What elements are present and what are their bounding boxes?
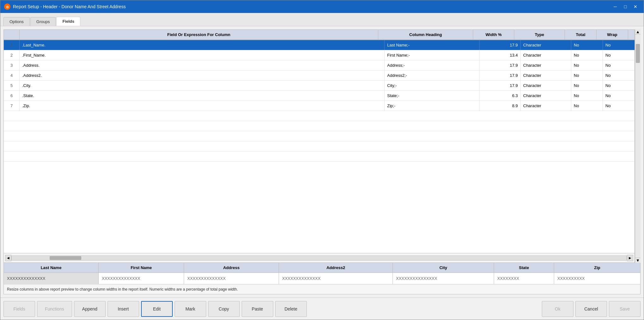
row-heading: Address2;- — [385, 71, 480, 80]
row-total: No — [571, 71, 603, 80]
row-wrap: No — [603, 71, 635, 80]
row-heading: Last Name;- — [385, 40, 480, 50]
main-window: ◎ Report Setup - Header - Donor Name And… — [0, 0, 644, 320]
window-controls: ─ □ ✕ — [611, 3, 640, 10]
title-bar: ◎ Report Setup - Header - Donor Name And… — [0, 0, 644, 13]
save-button[interactable]: Save — [609, 301, 641, 317]
tabs-bar: Options Groups Fields — [0, 13, 644, 26]
preview-col-city: City — [393, 263, 494, 273]
grid-header: Field Or Expression For Column Column He… — [4, 30, 635, 40]
row-width: 6.3 — [480, 91, 521, 101]
preview-col-state: State — [494, 263, 554, 273]
scrollbar-track[interactable] — [11, 255, 627, 261]
app-icon: ◎ — [4, 3, 10, 10]
horizontal-scrollbar[interactable]: ◀ ▶ — [4, 253, 635, 262]
close-button[interactable]: ✕ — [631, 3, 640, 10]
preview-section: Last Name First Name Address Address2 Ci… — [3, 263, 641, 294]
row-num: 2 — [4, 50, 20, 60]
scrollbar-v-thumb[interactable] — [636, 44, 640, 63]
tab-groups[interactable]: Groups — [30, 17, 56, 26]
scroll-down-arrow[interactable]: ▼ — [635, 258, 641, 263]
preview-col-lastname: Last Name — [4, 263, 99, 273]
row-num: 5 — [4, 81, 20, 90]
edit-button[interactable]: Edit — [141, 301, 173, 317]
col-header-num — [4, 30, 20, 40]
col-header-scroll — [628, 30, 635, 40]
paste-button[interactable]: Paste — [242, 301, 273, 317]
row-total: No — [571, 50, 603, 60]
col-header-heading: Column Heading — [378, 30, 473, 40]
preview-data-zip: XXXXXXXXXX — [554, 273, 640, 284]
row-field: .Address. — [20, 60, 385, 70]
scroll-up-arrow[interactable]: ▲ — [635, 29, 641, 34]
minimize-button[interactable]: ─ — [611, 3, 620, 10]
table-row[interactable]: 6 .State. State;- 6.3 Character No No — [4, 91, 635, 101]
tab-options[interactable]: Options — [3, 17, 30, 26]
row-field: .City. — [20, 81, 385, 90]
row-type: Character — [521, 60, 571, 70]
row-num: 3 — [4, 60, 20, 70]
row-width: 13.4 — [480, 50, 521, 60]
table-row-empty — [4, 131, 635, 141]
grid-body: 1 .Last_Name. Last Name;- 17.9 Character… — [4, 40, 635, 253]
footer-buttons: Fields Functions Append Insert Edit Mark… — [0, 298, 644, 320]
scroll-left-arrow[interactable]: ◀ — [5, 255, 11, 261]
row-total: No — [571, 91, 603, 101]
row-width: 17.9 — [480, 60, 521, 70]
copy-button[interactable]: Copy — [208, 301, 240, 317]
vertical-scrollbar[interactable]: ▲ ▼ — [635, 29, 641, 263]
table-row[interactable]: 5 .City. City;- 17.9 Character No No — [4, 81, 635, 91]
maximize-button[interactable]: □ — [621, 3, 630, 10]
row-field: .State. — [20, 91, 385, 101]
fields-button[interactable]: Fields — [3, 301, 35, 317]
tab-fields[interactable]: Fields — [56, 17, 80, 26]
functions-button[interactable]: Functions — [37, 301, 72, 317]
col-header-type: Type — [514, 30, 565, 40]
cancel-button[interactable]: Cancel — [575, 301, 607, 317]
table-row[interactable]: 2 .First_Name. First Name;- 13.4 Charact… — [4, 50, 635, 60]
table-row-empty — [4, 121, 635, 131]
row-wrap: No — [603, 60, 635, 70]
col-header-field: Field Or Expression For Column — [20, 30, 378, 40]
content-area: Field Or Expression For Column Column He… — [0, 26, 644, 298]
window-title: Report Setup - Header - Donor Name And S… — [13, 4, 126, 9]
preview-data-lastname: XXXXXXXXXXXXXX — [4, 273, 99, 284]
data-grid: Field Or Expression For Column Column He… — [3, 29, 635, 263]
scroll-right-arrow[interactable]: ▶ — [627, 255, 633, 261]
mark-button[interactable]: Mark — [175, 301, 206, 317]
col-header-total: Total — [565, 30, 597, 40]
row-heading: Address;- — [385, 60, 480, 70]
row-type: Character — [521, 71, 571, 80]
append-button[interactable]: Append — [74, 301, 106, 317]
row-field: .Zip. — [20, 101, 385, 111]
title-bar-left: ◎ Report Setup - Header - Donor Name And… — [4, 3, 126, 10]
table-row-empty — [4, 151, 635, 162]
row-total: No — [571, 101, 603, 111]
ok-button[interactable]: Ok — [542, 301, 573, 317]
row-heading: City;- — [385, 81, 480, 90]
table-row[interactable]: 1 .Last_Name. Last Name;- 17.9 Character… — [4, 40, 635, 50]
row-heading: State;- — [385, 91, 480, 101]
preview-data-row: XXXXXXXXXXXXXX XXXXXXXXXXXXXX XXXXXXXXXX… — [4, 273, 640, 284]
row-total: No — [571, 60, 603, 70]
preview-header: Last Name First Name Address Address2 Ci… — [4, 263, 640, 273]
insert-button[interactable]: Insert — [108, 301, 139, 317]
row-wrap: No — [603, 81, 635, 90]
row-type: Character — [521, 101, 571, 111]
row-field: .First_Name. — [20, 50, 385, 60]
row-width: 17.9 — [480, 40, 521, 50]
row-type: Character — [521, 81, 571, 90]
preview-col-address2: Address2 — [279, 263, 393, 273]
preview-data-firstname: XXXXXXXXXXXXXX — [99, 273, 184, 284]
delete-button[interactable]: Delete — [275, 301, 307, 317]
table-row[interactable]: 3 .Address. Address;- 17.9 Character No … — [4, 60, 635, 71]
table-row[interactable]: 7 .Zip. Zip;- 8.9 Character No No — [4, 101, 635, 111]
table-row[interactable]: 4 .Address2. Address2;- 17.9 Character N… — [4, 71, 635, 81]
row-type: Character — [521, 50, 571, 60]
row-type: Character — [521, 40, 571, 50]
preview-data-address: XXXXXXXXXXXXXX — [184, 273, 279, 284]
row-num: 7 — [4, 101, 20, 111]
row-wrap: No — [603, 40, 635, 50]
preview-col-address: Address — [184, 263, 279, 273]
scrollbar-thumb[interactable] — [50, 256, 81, 260]
